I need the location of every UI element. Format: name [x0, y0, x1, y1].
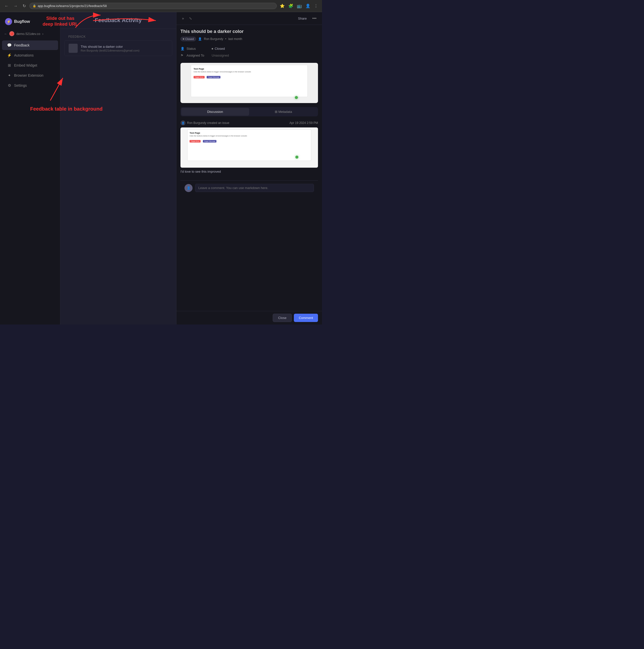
status-field-label: Status	[186, 47, 212, 50]
page-title: Feedback Activity	[69, 17, 168, 24]
discussion-user-icon: 👤	[180, 120, 185, 125]
bookmark-button[interactable]: ⭐	[279, 2, 286, 9]
feedback-sub: Ron Burgundy (test521dimensions@gmail.co…	[81, 49, 168, 52]
badge-label: Closed	[185, 37, 194, 40]
feedback-table-area: Feedback This should be a darker color R…	[60, 29, 176, 324]
feedback-text: This should be a darker color Ron Burgun…	[81, 45, 168, 52]
discussion-meta: 👤 Ron Burgundy created an issue Apr 19 2…	[180, 120, 318, 125]
panel-meta: Closed 👤 Ron Burgundy • last month	[180, 37, 318, 41]
extensions-button[interactable]: 🧩	[287, 2, 294, 9]
cast-button[interactable]: 📺	[296, 2, 303, 9]
discussion-item: 👤 Ron Burgundy created an issue Apr 19 2…	[180, 120, 318, 177]
discussion-screenshot-sub: Click the buttons below to trigger error…	[189, 135, 309, 137]
sidebar-item-settings[interactable]: ⚙ Settings	[2, 81, 58, 90]
browser-chrome: ← → ↻ 🔒 app.bugflow.io/teams/1/projects/…	[0, 0, 322, 12]
slideout-panel: » ⤡ Share ••• This should be a darker co…	[176, 12, 322, 324]
discussion-comment-text: I'd love to see this improved	[180, 170, 318, 173]
back-button[interactable]: ←	[3, 3, 10, 9]
status-value-text: Closed	[215, 47, 225, 50]
tab-discussion[interactable]: Discussion	[181, 108, 249, 116]
sidebar-item-label: Feedback	[14, 43, 30, 47]
sidebar-back-nav[interactable]: ← 🔴 demo.521dev.co ›	[0, 29, 60, 38]
status-field-row: 👤 Status Closed	[180, 45, 318, 52]
assigned-field-label: Assigned To	[186, 53, 212, 57]
sidebar-item-feedback[interactable]: 💬 Feedback	[2, 40, 58, 50]
green-dot-indicator	[295, 96, 298, 99]
profile-button[interactable]: 👤	[304, 2, 311, 9]
browser-extension-icon: ✦	[7, 73, 11, 78]
discussion-green-dot	[295, 156, 298, 159]
panel-expand-button[interactable]: »	[180, 15, 185, 21]
refresh-button[interactable]: ↻	[21, 2, 28, 9]
chevron-icon: ›	[42, 32, 43, 36]
discussion-creator: Ron Burgundy created an issue	[187, 121, 229, 125]
table-col-feedback: Feedback	[69, 35, 86, 38]
embed-widget-icon: ⊞	[7, 63, 11, 68]
sidebar-item-browser-extension[interactable]: ✦ Browser Extension	[2, 71, 58, 80]
logo-icon: ⚡	[5, 18, 12, 25]
forward-button[interactable]: →	[12, 3, 19, 9]
logo-text: Bugflow	[14, 19, 30, 24]
browser-more-button[interactable]: ⋮	[313, 2, 319, 9]
workspace-name: demo.521dev.co	[16, 32, 40, 36]
table-row[interactable]: This should be a darker color Ron Burgun…	[65, 40, 172, 56]
feedback-thumbnail	[69, 44, 78, 53]
feedback-icon: 💬	[7, 43, 11, 47]
panel-author: Ron Burgundy	[204, 37, 223, 41]
tab-metadata[interactable]: ⊞ Metadata	[250, 108, 317, 116]
close-panel-button[interactable]: Close	[273, 314, 292, 322]
status-dot	[183, 38, 184, 40]
sidebar-item-label: Embed Widget	[14, 63, 37, 68]
lock-icon: 🔒	[33, 4, 36, 7]
trigger-message-btn: Trigger Message	[207, 76, 220, 78]
trigger-error-btn: Trigger Error	[194, 76, 205, 78]
comment-input[interactable]	[195, 184, 314, 192]
browser-actions: ⭐ 🧩 📺 👤 ⋮	[279, 2, 319, 9]
main-header: Feedback Activity	[60, 12, 176, 29]
panel-header: » ⤡ Share •••	[176, 12, 322, 25]
url-bar[interactable]: 🔒 app.bugflow.io/teams/1/projects/21/fee…	[30, 3, 277, 9]
screenshot-preview: Test Page Click the buttons below to tri…	[180, 63, 318, 103]
panel-shrink-button[interactable]: ⤡	[187, 15, 194, 21]
automations-icon: ⚡	[7, 53, 11, 57]
discussion-content: 👤 Ron Burgundy created an issue Apr 19 2…	[180, 120, 318, 177]
metadata-icon: ⊞	[275, 110, 278, 114]
sidebar-item-embed-widget[interactable]: ⊞ Embed Widget	[2, 60, 58, 70]
panel-meta-separator: 👤	[198, 37, 202, 41]
sidebar-item-label: Automations	[14, 53, 34, 57]
panel-footer: Close Comment	[176, 311, 322, 324]
panel-body: This should be a darker color Closed 👤 R…	[176, 25, 322, 311]
comment-button[interactable]: Comment	[294, 314, 318, 322]
flag-icon: ⚑	[180, 53, 184, 57]
status-person-icon: 👤	[180, 47, 184, 50]
sidebar-item-label: Settings	[14, 83, 27, 87]
app-container: ⚡ Bugflow ← 🔴 demo.521dev.co › 💬 Feedbac…	[0, 12, 322, 324]
panel-more-button[interactable]: •••	[311, 15, 318, 21]
panel-fields: 👤 Status Closed ⚑ Assigned To Unassigned	[180, 45, 318, 59]
workspace-dot: 🔴	[9, 31, 14, 36]
sidebar: ⚡ Bugflow ← 🔴 demo.521dev.co › 💬 Feedbac…	[0, 12, 60, 324]
settings-icon: ⚙	[7, 83, 11, 88]
discussion-screenshot-inner: Test Page Click the buttons below to tri…	[187, 129, 311, 161]
status-field-value: Closed	[212, 47, 225, 50]
discussion-trigger-message-btn: Trigger Message	[203, 140, 217, 142]
commenter-avatar: 👤	[184, 184, 192, 192]
assigned-field-value: Unassigned	[212, 53, 229, 57]
sidebar-item-automations[interactable]: ⚡ Automations	[2, 50, 58, 60]
panel-tabs: Discussion ⊞ Metadata	[180, 107, 318, 116]
url-text: app.bugflow.io/teams/1/projects/21/feedb…	[38, 4, 273, 8]
status-value-dot	[212, 48, 213, 49]
panel-time: last month	[228, 37, 242, 41]
comment-area: 👤	[180, 180, 318, 195]
panel-share-button[interactable]: Share	[296, 15, 309, 21]
screenshot-inner: Test Page Click the buttons below to tri…	[191, 65, 308, 97]
panel-issue-title: This should be a darker color	[180, 29, 318, 34]
panel-header-right-actions: Share •••	[296, 15, 318, 21]
back-icon: ←	[4, 32, 7, 36]
status-badge: Closed	[180, 37, 196, 41]
discussion-screenshot-title: Test Page	[189, 132, 309, 134]
screenshot-page-sub: Click the buttons below to trigger error…	[194, 71, 305, 73]
assigned-field-row: ⚑ Assigned To Unassigned	[180, 52, 318, 59]
panel-meta-dot: •	[225, 37, 226, 41]
sidebar-item-label: Browser Extension	[14, 73, 43, 77]
